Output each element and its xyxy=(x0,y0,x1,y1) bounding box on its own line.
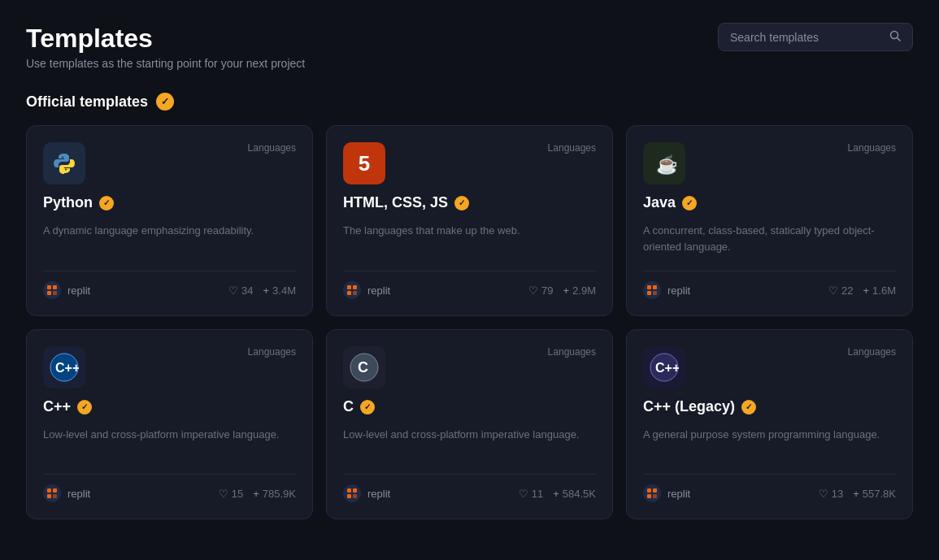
svg-rect-13 xyxy=(653,285,657,289)
likes-stat: ♡ 11 xyxy=(519,488,543,500)
forks-stat: + 2.9M xyxy=(563,284,597,297)
forks-stat: + 584.5K xyxy=(553,488,596,500)
card-verified-badge: ✓ xyxy=(77,400,92,415)
forks-count: 557.8K xyxy=(863,488,896,500)
likes-stat: ♡ 34 xyxy=(228,284,253,297)
forks-count: 1.6M xyxy=(872,284,896,297)
card-title-row: HTML, CSS, JS ✓ xyxy=(343,194,596,211)
page-subtitle: Use templates as the starting point for … xyxy=(26,57,305,70)
card-top: C++ Languages xyxy=(43,346,296,389)
svg-rect-30 xyxy=(647,494,651,498)
likes-count: 11 xyxy=(532,488,543,500)
author-avatar xyxy=(343,281,361,299)
card-author: replit xyxy=(643,484,690,502)
section-verified-badge: ✓ xyxy=(156,93,174,111)
card-title: C xyxy=(343,398,354,415)
svg-rect-18 xyxy=(47,494,51,498)
card-author: replit xyxy=(343,281,390,299)
svg-rect-11 xyxy=(647,285,651,289)
template-icon: C++ xyxy=(43,346,85,389)
card-top: 5 Languages xyxy=(343,142,596,184)
likes-count: 22 xyxy=(841,284,853,297)
author-avatar xyxy=(43,281,61,299)
card-verified-badge: ✓ xyxy=(741,400,756,415)
card-title: C++ (Legacy) xyxy=(643,398,735,415)
svg-text:☕: ☕ xyxy=(656,154,676,176)
card-top: C++ Languages xyxy=(643,346,896,389)
forks-count: 2.9M xyxy=(572,284,596,297)
template-card[interactable]: 5 Languages HTML, CSS, JS ✓ The language… xyxy=(326,125,613,316)
svg-rect-25 xyxy=(353,488,357,493)
heart-icon: ♡ xyxy=(519,488,528,500)
page-title: Templates xyxy=(26,23,305,54)
card-category: Languages xyxy=(248,346,296,358)
plus-icon: + xyxy=(863,284,870,297)
card-category: Languages xyxy=(848,346,896,358)
card-title-row: C ✓ xyxy=(343,398,596,415)
search-container[interactable] xyxy=(718,23,913,51)
card-description: A concurrent, class-based, statically ty… xyxy=(643,223,896,254)
card-verified-badge: ✓ xyxy=(454,196,469,211)
template-card[interactable]: C++ Languages C++ ✓ Low-level and cross-… xyxy=(26,329,313,519)
svg-rect-32 xyxy=(653,494,657,498)
section-header: Official templates ✓ xyxy=(26,93,913,111)
template-card[interactable]: C Languages C ✓ Low-level and cross-plat… xyxy=(326,329,613,519)
card-title-row: Python ✓ xyxy=(43,194,296,211)
template-card[interactable]: Languages Python ✓ A dynamic language em… xyxy=(26,125,313,316)
card-category: Languages xyxy=(248,142,296,154)
forks-stat: + 785.9K xyxy=(253,488,296,500)
card-stats: ♡ 11 + 584.5K xyxy=(519,488,596,500)
heart-icon: ♡ xyxy=(528,284,538,297)
svg-rect-29 xyxy=(647,488,651,493)
template-card[interactable]: C++ Languages C++ (Legacy) ✓ A general p… xyxy=(626,329,913,519)
author-avatar xyxy=(343,484,361,502)
likes-count: 13 xyxy=(832,488,843,500)
svg-rect-17 xyxy=(47,488,51,493)
svg-rect-14 xyxy=(653,291,657,295)
card-footer: replit ♡ 22 + 1.6M xyxy=(643,271,896,299)
heart-icon: ♡ xyxy=(219,488,228,500)
template-icon: ☕ xyxy=(643,142,685,184)
likes-stat: ♡ 22 xyxy=(828,284,853,297)
card-stats: ♡ 22 + 1.6M xyxy=(828,284,896,297)
plus-icon: + xyxy=(563,284,570,297)
svg-rect-20 xyxy=(53,494,57,498)
template-icon: C++ xyxy=(643,346,685,389)
svg-rect-7 xyxy=(347,291,351,295)
forks-stat: + 557.8K xyxy=(853,488,896,500)
forks-count: 584.5K xyxy=(563,488,596,500)
card-author: replit xyxy=(43,281,90,299)
card-title-row: Java ✓ xyxy=(643,194,896,211)
author-name: replit xyxy=(667,284,690,297)
templates-grid: Languages Python ✓ A dynamic language em… xyxy=(26,125,913,519)
card-title-row: C++ (Legacy) ✓ xyxy=(643,398,896,415)
template-card[interactable]: ☕ Languages Java ✓ A concurrent, class-b… xyxy=(626,125,913,316)
card-title: Java xyxy=(643,194,676,211)
search-input[interactable] xyxy=(730,31,883,44)
likes-stat: ♡ 79 xyxy=(528,284,553,297)
card-verified-badge: ✓ xyxy=(99,196,114,211)
search-icon xyxy=(889,30,901,44)
svg-text:C++: C++ xyxy=(55,361,79,375)
card-top: C Languages xyxy=(343,346,596,389)
card-verified-badge: ✓ xyxy=(682,196,697,211)
author-name: replit xyxy=(367,284,390,297)
plus-icon: + xyxy=(263,284,270,297)
template-icon xyxy=(43,142,85,184)
card-title: C++ xyxy=(43,398,71,415)
svg-rect-31 xyxy=(653,488,657,493)
heart-icon: ♡ xyxy=(228,284,238,297)
card-stats: ♡ 15 + 785.9K xyxy=(219,488,296,500)
likes-count: 79 xyxy=(541,284,553,297)
author-avatar xyxy=(43,484,61,502)
heart-icon: ♡ xyxy=(819,488,828,500)
likes-stat: ♡ 13 xyxy=(819,488,843,500)
page-header: Templates Use templates as the starting … xyxy=(26,23,913,70)
svg-rect-26 xyxy=(353,494,357,498)
card-title-row: C++ ✓ xyxy=(43,398,296,415)
heart-icon: ♡ xyxy=(828,284,838,297)
svg-line-1 xyxy=(898,38,901,41)
card-author: replit xyxy=(43,484,90,502)
svg-rect-6 xyxy=(347,285,351,289)
likes-count: 34 xyxy=(241,284,253,297)
